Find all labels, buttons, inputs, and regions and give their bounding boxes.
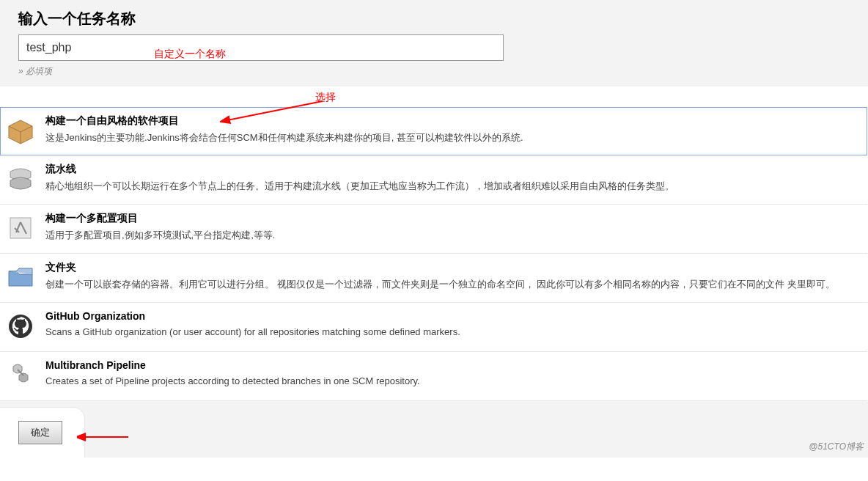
item-title: 构建一个自由风格的软件项目 — [45, 114, 860, 128]
item-desc: 这是Jenkins的主要功能.Jenkins将会结合任何SCM和任何构建系统来构… — [45, 131, 860, 145]
item-desc: Creates a set of Pipeline projects accor… — [45, 374, 860, 389]
item-title: 流水线 — [45, 163, 860, 176]
item-pipeline[interactable]: 流水线 精心地组织一个可以长期运行在多个节点上的任务。适用于构建流水线（更加正式… — [0, 155, 867, 205]
annotation-custom-name: 自定义一个名称 — [154, 48, 226, 61]
folder-icon — [6, 262, 35, 292]
item-name-input[interactable] — [18, 34, 504, 61]
watermark: @51CTO博客 — [809, 441, 864, 453]
multi-config-icon — [6, 213, 35, 243]
item-type-list: 选择 构建一个自由风格的软件项目 这是Jenkins的主要功能.Jenkins将… — [0, 87, 867, 401]
item-desc: 精心地组织一个可以长期运行在多个节点上的任务。适用于构建流水线（更加正式地应当称… — [45, 179, 860, 194]
item-title: 构建一个多配置项目 — [45, 212, 860, 225]
svg-rect-0 — [10, 218, 31, 238]
item-multi-config[interactable]: 构建一个多配置项目 适用于多配置项目,例如多环境测试,平台指定构建,等等. — [0, 205, 867, 254]
item-freestyle-project[interactable]: 构建一个自由风格的软件项目 这是Jenkins的主要功能.Jenkins将会结合… — [0, 107, 867, 155]
item-desc: 适用于多配置项目,例如多环境测试,平台指定构建,等等. — [45, 228, 860, 243]
item-github-org[interactable]: GitHub Organization Scans a GitHub organ… — [0, 303, 867, 352]
button-panel: 确定 — [0, 407, 85, 458]
item-desc: Scans a GitHub organization (or user acc… — [45, 325, 860, 339]
required-note: » 必填项 — [18, 61, 868, 87]
multibranch-pipeline-icon — [6, 361, 35, 390]
item-title: 文件夹 — [45, 261, 860, 274]
page-title: 输入一个任务名称 — [18, 0, 868, 34]
item-title: GitHub Organization — [45, 310, 860, 322]
freestyle-project-icon — [6, 116, 35, 145]
pipeline-icon — [6, 164, 35, 194]
annotation-select: 选择 — [315, 84, 868, 104]
github-icon — [6, 312, 35, 341]
item-multibranch-pipeline[interactable]: Multibranch Pipeline Creates a set of Pi… — [0, 352, 867, 401]
item-desc: 创建一个可以嵌套存储的容器。利用它可以进行分组。 视图仅仅是一个过滤器，而文件夹… — [45, 277, 860, 292]
item-title: Multibranch Pipeline — [45, 359, 860, 371]
ok-button[interactable]: 确定 — [18, 421, 62, 444]
footer: 确定 — [0, 401, 868, 458]
item-folder[interactable]: 文件夹 创建一个可以嵌套存储的容器。利用它可以进行分组。 视图仅仅是一个过滤器，… — [0, 254, 867, 303]
